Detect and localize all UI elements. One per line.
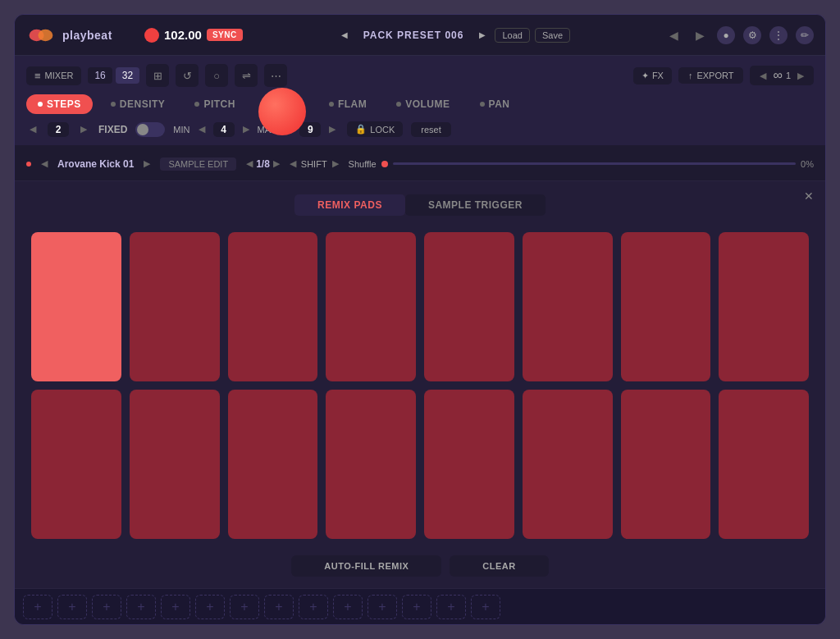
remix-pads-tab[interactable]: REMIX PADS — [294, 194, 405, 216]
add-track-12[interactable]: + — [402, 595, 431, 619]
loop-next[interactable]: ▶ — [794, 69, 807, 83]
min-val: 4 — [218, 124, 230, 135]
add-track-10[interactable]: + — [333, 595, 363, 619]
pad-2-5[interactable] — [424, 390, 514, 539]
add-track-8[interactable]: + — [264, 595, 294, 619]
pad-1-4[interactable] — [326, 232, 416, 381]
pad-2-4[interactable] — [326, 390, 416, 539]
tab-flam-dot — [329, 102, 334, 107]
record-icon[interactable] — [144, 28, 159, 43]
steps-32-button[interactable]: 32 — [116, 67, 139, 84]
tab-pan[interactable]: PAN — [468, 94, 522, 114]
pad-2-7[interactable] — [621, 390, 711, 539]
steps-16-button[interactable]: 16 — [88, 67, 112, 84]
pad-1-5[interactable] — [424, 232, 514, 381]
shuffle-icon[interactable]: ⇌ — [235, 64, 258, 87]
tab-pitch[interactable]: PITCH — [183, 94, 247, 114]
min-next[interactable]: ▶ — [240, 122, 253, 136]
fixed-toggle[interactable] — [135, 122, 165, 137]
shift-next[interactable]: ▶ — [332, 158, 339, 169]
tab-pan-dot — [480, 102, 485, 107]
track-row: ◀ Arovane Kick 01 ▶ SAMPLE EDIT ◀ 1/8 ▶ … — [15, 147, 825, 181]
tab-density-label: DENSITY — [120, 98, 166, 110]
add-track-2[interactable]: + — [57, 595, 87, 619]
controls-panel: ≡ MIXER 16 32 ⊞ ↺ ○ ⇌ ⋯ ✦ FX ↑ EXPORT ◀ — [15, 56, 825, 147]
shuffle-bar[interactable] — [393, 162, 796, 165]
shift-label: SHIFT — [301, 159, 327, 169]
mixer-button[interactable]: ≡ MIXER — [26, 66, 81, 85]
tab-flam-label: FLAM — [338, 98, 367, 110]
min-prev[interactable]: ◀ — [195, 122, 208, 136]
sample-trigger-tab[interactable]: SAMPLE TRIGGER — [405, 194, 546, 216]
pad-1-3[interactable] — [228, 232, 318, 381]
add-track-4[interactable]: + — [126, 595, 156, 619]
mixer-icon: ≡ — [34, 70, 41, 82]
bottom-buttons: AUTO-FILL REMIX CLEAR — [15, 547, 825, 588]
menu-icon[interactable]: ⋮ — [769, 26, 788, 44]
add-track-5[interactable]: + — [161, 595, 190, 619]
refresh-icon[interactable]: ↺ — [176, 64, 199, 87]
dots-icon[interactable]: ⋯ — [264, 64, 287, 87]
add-track-9[interactable]: + — [299, 595, 328, 619]
big-circle-knob[interactable] — [258, 88, 306, 135]
save-button[interactable]: Save — [535, 28, 570, 43]
pad-1-2[interactable] — [130, 232, 220, 381]
sample-edit-button[interactable]: SAMPLE EDIT — [160, 157, 236, 171]
reset-button[interactable]: reset — [411, 122, 450, 137]
add-track-7[interactable]: + — [230, 595, 259, 619]
grid-icon[interactable]: ⊞ — [146, 64, 169, 87]
circle-icon[interactable]: ○ — [205, 64, 228, 87]
load-button[interactable]: Load — [495, 28, 529, 43]
preset-next-button[interactable]: ▶ — [475, 29, 490, 41]
controls-row2: STEPS DENSITY PITCH FLAM VOLUME — [26, 94, 814, 114]
pad-1-7[interactable] — [621, 232, 711, 381]
add-track-3[interactable]: + — [92, 595, 121, 619]
redo-button[interactable]: ▶ — [691, 26, 709, 44]
pad-2-1[interactable] — [31, 390, 121, 539]
close-button[interactable]: ✕ — [804, 189, 814, 203]
track-prev[interactable]: ◀ — [41, 158, 48, 169]
division-next[interactable]: ▶ — [273, 158, 280, 169]
user-icon[interactable]: ● — [717, 26, 735, 44]
shift-prev[interactable]: ◀ — [290, 158, 296, 169]
sync-button[interactable]: SYNC — [207, 29, 243, 41]
pad-2-2[interactable] — [130, 390, 220, 539]
pad-1-8[interactable] — [719, 232, 809, 381]
star-fx-button[interactable]: ✦ FX — [633, 67, 672, 84]
header: playbeat 102.00 SYNC ◀ PACK PRESET 006 ▶… — [15, 15, 825, 56]
add-track-11[interactable]: + — [368, 595, 397, 619]
tab-steps-dot — [38, 102, 43, 107]
tab-volume[interactable]: VOLUME — [385, 94, 461, 114]
max-next[interactable]: ▶ — [326, 122, 339, 136]
preset-prev-button[interactable]: ◀ — [337, 29, 352, 41]
add-track-row: + + + + + + + + + + + + + + — [15, 588, 825, 624]
division-prev[interactable]: ◀ — [246, 158, 253, 169]
tab-flam[interactable]: FLAM — [317, 94, 378, 114]
tab-density[interactable]: DENSITY — [99, 94, 177, 114]
steps-min-next[interactable]: ▶ — [77, 122, 90, 136]
pad-2-6[interactable] — [523, 390, 613, 539]
add-track-6[interactable]: + — [195, 595, 225, 619]
pad-2-3[interactable] — [228, 390, 318, 539]
pad-grid — [15, 224, 825, 547]
tab-volume-dot — [396, 102, 401, 107]
export-button[interactable]: ↑ EXPORT — [678, 67, 744, 84]
track-next[interactable]: ▶ — [144, 158, 150, 169]
pad-1-6[interactable] — [523, 232, 613, 381]
loop-prev[interactable]: ◀ — [756, 69, 769, 83]
tab-steps[interactable]: STEPS — [26, 94, 93, 114]
undo-button[interactable]: ◀ — [664, 26, 682, 44]
edit-icon[interactable]: ✏ — [796, 26, 814, 44]
add-track-14[interactable]: + — [471, 595, 500, 619]
autofill-button[interactable]: AUTO-FILL REMIX — [291, 555, 441, 577]
min-label: MIN — [173, 125, 189, 135]
steps-min-prev[interactable]: ◀ — [26, 122, 39, 136]
add-track-13[interactable]: + — [436, 595, 466, 619]
add-track-1[interactable]: + — [23, 595, 52, 619]
settings-icon[interactable]: ⚙ — [743, 26, 761, 44]
pad-1-1[interactable] — [31, 232, 121, 381]
star-fx-label: FX — [652, 71, 664, 80]
clear-button[interactable]: CLEAR — [450, 555, 548, 577]
pad-2-8[interactable] — [719, 390, 809, 539]
lock-button[interactable]: 🔒 LOCK — [347, 121, 403, 137]
